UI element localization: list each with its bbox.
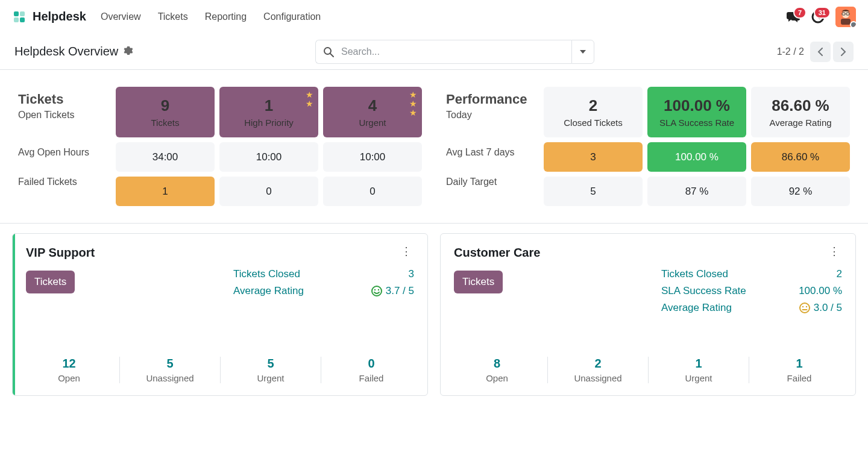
tickets-head-label: High Priority: [244, 118, 294, 128]
main-menu: Overview Tickets Reporting Configuration: [101, 11, 321, 22]
perf-head-0[interactable]: 2Closed Tickets: [544, 87, 643, 137]
happy-face-icon: [371, 286, 382, 296]
tickets-avg-2[interactable]: 10:00: [323, 142, 422, 172]
team-foot-label: Unassigned: [146, 373, 193, 383]
brand-logo-icon: [12, 10, 27, 24]
kpi-label: Average Rating: [233, 285, 304, 297]
perf-head-label: SLA Success Rate: [659, 118, 734, 128]
pager-next-button[interactable]: [833, 42, 854, 62]
menu-tickets[interactable]: Tickets: [158, 11, 188, 22]
menu-configuration[interactable]: Configuration: [263, 11, 321, 22]
star-icon: ★: [409, 108, 417, 117]
team-foot-cell[interactable]: 1Failed: [749, 357, 849, 383]
perf-avg-2[interactable]: 86.60 %: [751, 142, 850, 172]
team-foot-num: 1: [796, 357, 802, 371]
tickets-avg-0[interactable]: 34:00: [116, 142, 215, 172]
tickets-failed-1[interactable]: 0: [219, 177, 318, 206]
team-name: Customer Care: [454, 246, 540, 260]
kpi-value: 100.00 %: [799, 285, 842, 297]
tickets-row-open-label: Open Tickets: [18, 110, 74, 121]
team-foot-num: 8: [494, 357, 500, 371]
tickets-head-0[interactable]: 9Tickets: [116, 87, 215, 137]
kpi-row[interactable]: Average Rating 3.0 / 5: [661, 302, 842, 314]
search-options-button[interactable]: [571, 40, 594, 64]
perf-head-label: Average Rating: [769, 118, 831, 128]
kpi-row[interactable]: SLA Success Rate100.00 %: [661, 285, 842, 297]
performance-row-today-label: Today: [446, 110, 527, 121]
team-foot-label: Urgent: [685, 373, 712, 383]
tickets-failed-0[interactable]: 1: [116, 177, 215, 206]
team-foot-num: 5: [267, 357, 274, 371]
team-foot-num: 12: [62, 357, 75, 371]
card-menu-button[interactable]: ⋮: [398, 246, 414, 257]
pager-prev-button[interactable]: [810, 42, 831, 62]
perf-avg-0[interactable]: 3: [544, 142, 643, 172]
team-foot-num: 2: [594, 357, 601, 371]
svg-rect-1: [20, 11, 25, 16]
tickets-avg-1[interactable]: 10:00: [219, 142, 318, 172]
tickets-head-1[interactable]: 1High Priority★★: [219, 87, 318, 137]
tickets-head-num: 1: [265, 96, 273, 115]
kpi-label: Tickets Closed: [233, 268, 300, 280]
avatar[interactable]: [835, 7, 856, 27]
tickets-head-2[interactable]: 4Urgent★★★: [323, 87, 422, 137]
tickets-row-avg-label: Avg Open Hours: [18, 137, 116, 167]
team-card: VIP Support⋮TicketsTickets Closed3Averag…: [12, 233, 428, 396]
search-input[interactable]: [340, 46, 564, 58]
chat-badge: 7: [793, 7, 807, 19]
menu-overview[interactable]: Overview: [101, 11, 141, 22]
kpi-row[interactable]: Tickets Closed2: [661, 268, 842, 280]
tickets-head-label: Tickets: [151, 118, 180, 128]
svg-point-12: [372, 286, 382, 296]
team-foot-num: 1: [695, 357, 702, 371]
team-foot-cell[interactable]: 2Unassigned: [547, 357, 648, 383]
team-foot-cell[interactable]: 12Open: [19, 357, 119, 383]
tickets-row-failed-label: Failed Tickets: [18, 167, 116, 196]
menu-reporting[interactable]: Reporting: [205, 11, 247, 22]
tickets-head-num: 4: [368, 96, 377, 115]
performance-row-7days-label: Avg Last 7 days: [446, 137, 544, 167]
brand[interactable]: Helpdesk: [12, 10, 86, 24]
team-foot-label: Unassigned: [574, 373, 621, 383]
chat-button[interactable]: 7: [786, 10, 800, 24]
page-title: Helpdesk Overview: [14, 45, 118, 58]
search-box[interactable]: [315, 40, 571, 64]
kpi-row[interactable]: Average Rating 3.7 / 5: [233, 285, 414, 297]
perf-target-2[interactable]: 92 %: [751, 177, 850, 206]
kpi-row[interactable]: Tickets Closed3: [233, 268, 414, 280]
svg-point-6: [842, 11, 849, 18]
performance-row-target-label: Daily Target: [446, 167, 544, 196]
tickets-failed-2[interactable]: 0: [323, 177, 422, 206]
team-foot-cell[interactable]: 5Unassigned: [119, 357, 220, 383]
perf-head-2[interactable]: 86.60 %Average Rating: [751, 87, 850, 137]
team-foot-cell[interactable]: 5Urgent: [220, 357, 321, 383]
team-foot-cell[interactable]: 1Urgent: [648, 357, 749, 383]
activity-button[interactable]: 31: [811, 10, 825, 24]
perf-avg-1[interactable]: 100.00 %: [647, 142, 746, 172]
kpi-value: 2: [837, 268, 842, 280]
svg-point-14: [378, 289, 379, 290]
team-foot-cell[interactable]: 0Failed: [321, 357, 421, 383]
perf-head-1[interactable]: 100.00 %SLA Success Rate: [647, 87, 746, 137]
kpi-value: 3.7 / 5: [371, 285, 414, 297]
tickets-kanban-button[interactable]: Tickets: [454, 271, 503, 293]
team-foot-cell[interactable]: 8Open: [447, 357, 547, 383]
svg-rect-2: [14, 17, 19, 22]
team-kpis: Tickets Closed3Average Rating 3.7 / 5: [233, 268, 414, 297]
svg-line-11: [330, 54, 333, 57]
perf-head-num: 86.60 %: [772, 96, 829, 115]
perf-target-1[interactable]: 87 %: [647, 177, 746, 206]
team-name: VIP Support: [26, 246, 95, 260]
breadcrumb: Helpdesk Overview: [14, 45, 133, 58]
tickets-kanban-button[interactable]: Tickets: [26, 271, 75, 293]
team-foot-num: 0: [368, 357, 374, 371]
priority-stars: ★★: [306, 90, 313, 108]
team-foot: 8Open2Unassigned1Urgent1Failed: [441, 348, 855, 395]
pager-text: 1-2 / 2: [777, 46, 804, 57]
gear-icon[interactable]: [123, 45, 133, 58]
card-menu-button[interactable]: ⋮: [826, 246, 842, 257]
kpi-value: 3: [409, 268, 414, 280]
perf-target-0[interactable]: 5: [544, 177, 643, 206]
top-nav: Helpdesk Overview Tickets Reporting Conf…: [0, 0, 868, 34]
priority-stars: ★★★: [409, 90, 417, 117]
